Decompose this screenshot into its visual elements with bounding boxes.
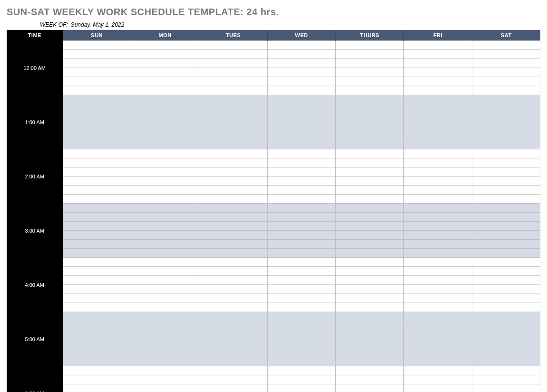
schedule-cell[interactable] [131,158,199,167]
schedule-cell[interactable] [267,104,335,113]
schedule-cell[interactable] [199,312,267,321]
schedule-cell[interactable] [199,294,267,303]
schedule-cell[interactable] [404,140,472,149]
schedule-cell[interactable] [199,167,267,176]
schedule-cell[interactable] [267,330,335,339]
schedule-cell[interactable] [199,267,267,276]
schedule-cell[interactable] [267,77,335,86]
schedule-cell[interactable] [404,312,472,321]
schedule-cell[interactable] [63,186,131,195]
schedule-cell[interactable] [131,321,199,330]
schedule-cell[interactable] [199,41,267,50]
schedule-cell[interactable] [472,366,540,375]
schedule-cell[interactable] [472,357,540,366]
schedule-cell[interactable] [131,312,199,321]
schedule-cell[interactable] [63,339,131,348]
schedule-cell[interactable] [199,375,267,384]
schedule-cell[interactable] [131,86,199,95]
schedule-cell[interactable] [267,122,335,131]
schedule-cell[interactable] [131,231,199,240]
schedule-cell[interactable] [131,68,199,77]
schedule-cell[interactable] [131,140,199,149]
schedule-cell[interactable] [267,158,335,167]
schedule-cell[interactable] [404,294,472,303]
schedule-cell[interactable] [267,303,335,312]
schedule-cell[interactable] [267,240,335,249]
schedule-cell[interactable] [336,77,404,86]
schedule-cell[interactable] [63,294,131,303]
schedule-cell[interactable] [472,348,540,357]
schedule-cell[interactable] [199,339,267,348]
schedule-cell[interactable] [267,231,335,240]
schedule-cell[interactable] [131,213,199,222]
schedule-cell[interactable] [336,258,404,267]
schedule-cell[interactable] [199,231,267,240]
schedule-cell[interactable] [199,176,267,186]
schedule-cell[interactable] [336,95,404,104]
schedule-cell[interactable] [336,321,404,330]
schedule-cell[interactable] [404,303,472,312]
schedule-cell[interactable] [199,249,267,258]
schedule-cell[interactable] [131,149,199,158]
schedule-cell[interactable] [199,158,267,167]
schedule-cell[interactable] [63,312,131,321]
schedule-cell[interactable] [336,50,404,59]
schedule-cell[interactable] [336,176,404,186]
schedule-cell[interactable] [472,122,540,131]
schedule-cell[interactable] [404,204,472,213]
schedule-cell[interactable] [472,240,540,249]
schedule-cell[interactable] [404,149,472,158]
schedule-cell[interactable] [404,348,472,357]
schedule-cell[interactable] [131,348,199,357]
schedule-cell[interactable] [472,204,540,213]
schedule-cell[interactable] [472,222,540,231]
schedule-cell[interactable] [267,294,335,303]
schedule-cell[interactable] [199,68,267,77]
schedule-cell[interactable] [336,86,404,95]
schedule-cell[interactable] [199,276,267,285]
schedule-cell[interactable] [472,86,540,95]
schedule-cell[interactable] [404,357,472,366]
schedule-cell[interactable] [472,213,540,222]
schedule-cell[interactable] [472,68,540,77]
schedule-cell[interactable] [267,167,335,176]
schedule-cell[interactable] [267,68,335,77]
schedule-cell[interactable] [63,167,131,176]
schedule-cell[interactable] [131,240,199,249]
schedule-cell[interactable] [131,357,199,366]
schedule-cell[interactable] [199,384,267,392]
schedule-cell[interactable] [336,276,404,285]
schedule-cell[interactable] [472,339,540,348]
schedule-cell[interactable] [472,384,540,392]
schedule-cell[interactable] [131,167,199,176]
schedule-cell[interactable] [472,104,540,113]
schedule-cell[interactable] [63,122,131,131]
schedule-cell[interactable] [472,285,540,294]
schedule-cell[interactable] [131,176,199,186]
schedule-cell[interactable] [404,77,472,86]
schedule-cell[interactable] [336,204,404,213]
schedule-cell[interactable] [63,86,131,95]
schedule-cell[interactable] [131,294,199,303]
schedule-cell[interactable] [63,231,131,240]
schedule-cell[interactable] [404,41,472,50]
schedule-cell[interactable] [267,339,335,348]
schedule-cell[interactable] [404,50,472,59]
schedule-cell[interactable] [472,113,540,122]
schedule-cell[interactable] [336,249,404,258]
schedule-cell[interactable] [336,348,404,357]
schedule-cell[interactable] [472,312,540,321]
schedule-cell[interactable] [63,158,131,167]
schedule-cell[interactable] [267,249,335,258]
schedule-cell[interactable] [199,303,267,312]
schedule-cell[interactable] [472,186,540,195]
schedule-cell[interactable] [63,131,131,140]
schedule-cell[interactable] [472,249,540,258]
schedule-cell[interactable] [472,375,540,384]
schedule-cell[interactable] [131,375,199,384]
schedule-cell[interactable] [336,113,404,122]
schedule-cell[interactable] [267,41,335,50]
schedule-cell[interactable] [404,339,472,348]
schedule-cell[interactable] [63,104,131,113]
schedule-cell[interactable] [336,222,404,231]
